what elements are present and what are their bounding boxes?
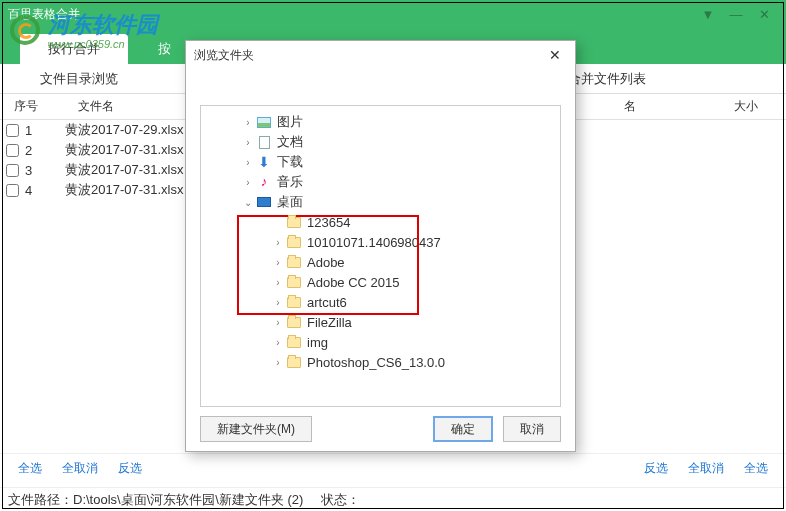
invert-left[interactable]: 反选 bbox=[118, 460, 142, 477]
tree-item[interactable]: ›img bbox=[201, 332, 560, 352]
col-name2: 名 bbox=[616, 98, 726, 115]
tree-item-label: Adobe bbox=[307, 255, 345, 270]
select-all-left[interactable]: 全选 bbox=[18, 460, 42, 477]
tree-item-label: 图片 bbox=[277, 113, 303, 131]
expand-arrow-icon[interactable]: › bbox=[271, 317, 285, 328]
tree-item-label: 桌面 bbox=[277, 193, 303, 211]
col-seq: 序号 bbox=[6, 98, 70, 115]
expand-arrow-icon[interactable]: › bbox=[241, 177, 255, 188]
path-value: D:\tools\桌面\河东软件园\新建文件夹 (2) bbox=[73, 491, 303, 509]
select-all-right[interactable]: 全选 bbox=[744, 460, 768, 477]
expand-arrow-icon[interactable]: › bbox=[271, 297, 285, 308]
tree-item[interactable]: ›Adobe bbox=[201, 252, 560, 272]
tree-item-label: 下载 bbox=[277, 153, 303, 171]
browse-folder-dialog: 浏览文件夹 ✕ ›图片›文档›⬇下载›♪音乐⌄桌面123654›10101071… bbox=[185, 40, 576, 452]
expand-arrow-icon[interactable]: › bbox=[271, 337, 285, 348]
folder-icon bbox=[287, 257, 301, 268]
window-titlebar: 百思表格合并 ▼ — ✕ bbox=[0, 0, 786, 28]
dialog-titlebar: 浏览文件夹 ✕ bbox=[186, 41, 575, 69]
col-size: 大小 bbox=[726, 98, 786, 115]
folder-icon bbox=[287, 357, 301, 368]
downloads-icon: ⬇ bbox=[258, 154, 270, 170]
deselect-all-left[interactable]: 全取消 bbox=[62, 460, 98, 477]
tree-item[interactable]: 123654 bbox=[201, 212, 560, 232]
tree-item-label: 音乐 bbox=[277, 173, 303, 191]
tree-item[interactable]: ›文档 bbox=[201, 132, 560, 152]
tree-item[interactable]: ›Adobe CC 2015 bbox=[201, 272, 560, 292]
tree-item[interactable]: ›FileZilla bbox=[201, 312, 560, 332]
tree-item[interactable]: ›⬇下载 bbox=[201, 152, 560, 172]
expand-arrow-icon[interactable]: › bbox=[241, 157, 255, 168]
dialog-close-button[interactable]: ✕ bbox=[543, 43, 567, 67]
row-checkbox[interactable] bbox=[6, 184, 19, 197]
new-folder-button[interactable]: 新建文件夹(M) bbox=[200, 416, 312, 442]
deselect-all-right[interactable]: 全取消 bbox=[688, 460, 724, 477]
tree-item-label: 10101071.1406980437 bbox=[307, 235, 441, 250]
tree-item[interactable]: ›Photoshop_CS6_13.0.0 bbox=[201, 352, 560, 372]
folder-icon bbox=[287, 317, 301, 328]
expand-arrow-icon[interactable]: ⌄ bbox=[241, 197, 255, 208]
tree-item-label: 文档 bbox=[277, 133, 303, 151]
expand-arrow-icon[interactable]: › bbox=[271, 277, 285, 288]
dropdown-icon[interactable]: ▼ bbox=[694, 4, 722, 24]
desktop-icon bbox=[257, 197, 271, 207]
expand-arrow-icon[interactable]: › bbox=[271, 357, 285, 368]
folder-icon bbox=[287, 277, 301, 288]
tab-merge-by-row[interactable]: 按行合并 bbox=[20, 34, 128, 64]
tree-item-label: img bbox=[307, 335, 328, 350]
status-bar: 文件路径： D:\tools\桌面\河东软件园\新建文件夹 (2) 状态： bbox=[0, 487, 786, 511]
row-checkbox[interactable] bbox=[6, 164, 19, 177]
row-seq: 4 bbox=[25, 183, 65, 198]
pictures-icon bbox=[257, 117, 271, 128]
tree-item-label: 123654 bbox=[307, 215, 350, 230]
folder-icon bbox=[287, 297, 301, 308]
row-seq: 1 bbox=[25, 123, 65, 138]
row-seq: 3 bbox=[25, 163, 65, 178]
tree-item-label: artcut6 bbox=[307, 295, 347, 310]
music-icon: ♪ bbox=[261, 174, 268, 189]
expand-arrow-icon[interactable]: › bbox=[241, 117, 255, 128]
folder-icon bbox=[287, 217, 301, 228]
row-checkbox[interactable] bbox=[6, 124, 19, 137]
folder-icon bbox=[287, 337, 301, 348]
folder-icon bbox=[287, 237, 301, 248]
close-button[interactable]: ✕ bbox=[750, 4, 778, 24]
dialog-spacer bbox=[186, 69, 575, 105]
tree-item[interactable]: ›artcut6 bbox=[201, 292, 560, 312]
dialog-title: 浏览文件夹 bbox=[194, 47, 543, 64]
row-checkbox[interactable] bbox=[6, 144, 19, 157]
tree-item-label: Adobe CC 2015 bbox=[307, 275, 400, 290]
status-label: 状态： bbox=[321, 491, 360, 509]
folder-tree[interactable]: ›图片›文档›⬇下载›♪音乐⌄桌面123654›10101071.1406980… bbox=[200, 105, 561, 407]
expand-arrow-icon[interactable]: › bbox=[241, 137, 255, 148]
tree-item[interactable]: ⌄桌面 bbox=[201, 192, 560, 212]
window-title: 百思表格合并 bbox=[8, 6, 694, 23]
bottom-toolbar: 全选 全取消 反选 反选 全取消 全选 bbox=[0, 453, 786, 483]
dialog-buttons: 新建文件夹(M) 确定 取消 bbox=[186, 407, 575, 451]
tree-item[interactable]: ›图片 bbox=[201, 112, 560, 132]
tree-item[interactable]: ›♪音乐 bbox=[201, 172, 560, 192]
tree-item-label: Photoshop_CS6_13.0.0 bbox=[307, 355, 445, 370]
ok-button[interactable]: 确定 bbox=[433, 416, 493, 442]
tree-item[interactable]: ›10101071.1406980437 bbox=[201, 232, 560, 252]
invert-right[interactable]: 反选 bbox=[644, 460, 668, 477]
tree-item-label: FileZilla bbox=[307, 315, 352, 330]
documents-icon bbox=[259, 136, 270, 149]
path-label: 文件路径： bbox=[8, 491, 73, 509]
cancel-button[interactable]: 取消 bbox=[503, 416, 561, 442]
expand-arrow-icon[interactable]: › bbox=[271, 237, 285, 248]
minimize-button[interactable]: — bbox=[722, 4, 750, 24]
row-seq: 2 bbox=[25, 143, 65, 158]
expand-arrow-icon[interactable]: › bbox=[271, 257, 285, 268]
